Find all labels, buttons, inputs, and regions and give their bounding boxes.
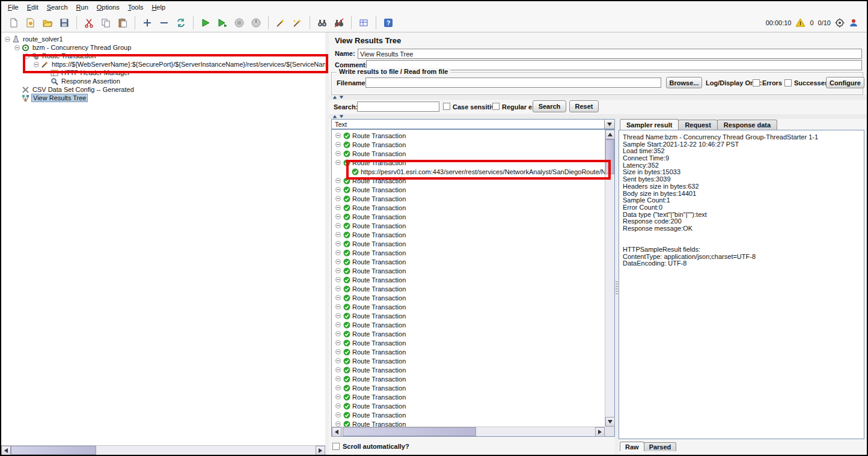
result-row[interactable]: Route Transaction (332, 284, 605, 293)
tab-request[interactable]: Request (678, 120, 717, 130)
function-helper-icon[interactable] (356, 15, 371, 31)
menu-item-help[interactable]: Help (147, 2, 170, 12)
results-vscrollbar[interactable] (605, 130, 614, 427)
result-toggle-icon[interactable] (335, 250, 341, 255)
result-toggle-icon[interactable] (335, 259, 341, 264)
browse-button[interactable]: Browse... (666, 77, 702, 88)
tree-toggle-icon[interactable] (34, 62, 39, 67)
result-row[interactable]: Route Transaction (332, 185, 605, 194)
case-sensitive-checkbox[interactable] (443, 103, 450, 110)
result-row[interactable]: Route Transaction (332, 140, 605, 149)
crosshair-icon[interactable] (835, 18, 845, 28)
configure-button[interactable]: Configure (826, 77, 864, 88)
scroll-left-icon[interactable] (1, 446, 11, 455)
result-toggle-icon[interactable] (335, 232, 341, 237)
result-row[interactable]: Route Transaction (332, 248, 605, 257)
chevron-down-icon[interactable] (604, 120, 614, 129)
result-row[interactable]: Route Transaction (332, 275, 605, 284)
result-row[interactable]: Route Transaction (332, 239, 605, 248)
result-toggle-icon[interactable] (335, 403, 341, 409)
tree-toggle-icon[interactable] (14, 45, 20, 50)
result-toggle-icon[interactable] (335, 277, 341, 282)
regular-exp-checkbox[interactable] (492, 103, 500, 110)
result-row[interactable]: Route Transaction (332, 338, 605, 347)
result-toggle-icon[interactable] (335, 151, 341, 156)
result-row[interactable]: Route Transaction (332, 176, 605, 185)
result-toggle-icon[interactable] (335, 340, 341, 345)
paste-icon[interactable] (115, 15, 130, 31)
scrollbar-track[interactable] (341, 427, 595, 436)
menu-item-edit[interactable]: Edit (23, 2, 43, 12)
collapse-up-icon[interactable] (333, 115, 337, 118)
result-toggle-icon[interactable] (335, 313, 341, 318)
collapse-up-icon[interactable] (333, 96, 337, 99)
result-row[interactable]: Route Transaction (332, 149, 605, 158)
result-toggle-icon[interactable] (335, 196, 341, 201)
tree-node[interactable]: Response Assertion (1, 77, 325, 85)
tree-node[interactable]: View Results Tree (1, 94, 325, 102)
result-toggle-icon[interactable] (335, 286, 341, 291)
split-divider-top[interactable] (329, 95, 867, 100)
expand-tree-icon[interactable] (139, 15, 155, 31)
stop-icon[interactable] (231, 15, 247, 31)
filename-input[interactable] (365, 78, 661, 88)
result-row[interactable]: Route Transaction (332, 131, 605, 140)
name-input[interactable] (358, 49, 862, 59)
result-toggle-icon[interactable] (335, 367, 341, 372)
scrollbar-track[interactable] (605, 139, 614, 417)
result-toggle-icon[interactable] (335, 214, 341, 219)
result-row[interactable]: Route Transaction (332, 365, 605, 374)
result-toggle-icon[interactable] (335, 412, 341, 418)
scrollbar-thumb[interactable] (343, 427, 476, 436)
tab-parsed[interactable]: Parsed (644, 442, 677, 451)
result-row[interactable]: Route Transaction (332, 419, 605, 427)
result-toggle-icon[interactable] (335, 385, 341, 391)
result-row[interactable]: Route Transaction (332, 203, 605, 212)
result-toggle-icon[interactable] (335, 358, 341, 363)
help-icon[interactable]: ? (381, 15, 396, 31)
menu-item-options[interactable]: Options (93, 2, 124, 12)
result-row[interactable]: Route Transaction (332, 374, 605, 383)
result-toggle-icon[interactable] (335, 349, 341, 354)
result-toggle-icon[interactable] (335, 268, 341, 273)
result-toggle-icon[interactable] (335, 160, 341, 165)
tab-raw[interactable]: Raw (620, 442, 644, 451)
cut-icon[interactable] (81, 15, 97, 31)
result-row[interactable]: Route Transaction (332, 257, 605, 266)
tab-response-data[interactable]: Response data (717, 120, 777, 130)
result-toggle-icon[interactable] (335, 178, 341, 183)
result-toggle-icon[interactable] (335, 304, 341, 309)
remote-start-all-icon[interactable] (290, 15, 305, 31)
scrollbar-thumb[interactable] (11, 446, 96, 455)
collapse-down-icon[interactable] (340, 115, 343, 118)
result-row[interactable]: Route Transaction (332, 347, 605, 356)
menu-item-run[interactable]: Run (72, 2, 93, 12)
result-row[interactable]: Route Transaction (332, 392, 605, 401)
result-toggle-icon[interactable] (335, 142, 341, 147)
results-hscrollbar[interactable] (332, 427, 605, 436)
split-divider-bottom[interactable] (329, 114, 867, 119)
tree-toggle-icon[interactable] (5, 37, 10, 42)
new-file-icon[interactable] (6, 15, 22, 31)
result-toggle-icon[interactable] (335, 331, 341, 336)
remote-start-icon[interactable] (273, 15, 289, 31)
save-icon[interactable] (57, 15, 72, 31)
result-row[interactable]: Route Transaction (332, 383, 605, 392)
result-row[interactable]: Route Transaction (332, 320, 605, 329)
templates-icon[interactable] (23, 15, 38, 31)
result-row[interactable]: Route Transaction (332, 230, 605, 239)
scrollbar-track[interactable] (11, 446, 316, 455)
open-file-icon[interactable] (40, 15, 55, 31)
result-row[interactable]: Route Transaction (332, 329, 605, 338)
tree-node[interactable]: route_solver1 (1, 35, 325, 43)
result-toggle-icon[interactable] (335, 295, 341, 300)
collapse-down-icon[interactable] (340, 96, 343, 99)
result-toggle-icon[interactable] (335, 376, 341, 382)
result-row[interactable]: Route Transaction (332, 356, 605, 365)
search-icon[interactable] (314, 15, 330, 31)
tab-sampler-result[interactable]: Sampler result (620, 119, 679, 130)
result-row[interactable]: Route Transaction (332, 293, 605, 302)
result-toggle-icon[interactable] (335, 421, 341, 427)
scrollbar-thumb[interactable] (605, 139, 614, 174)
reset-button[interactable]: Reset (569, 100, 599, 112)
